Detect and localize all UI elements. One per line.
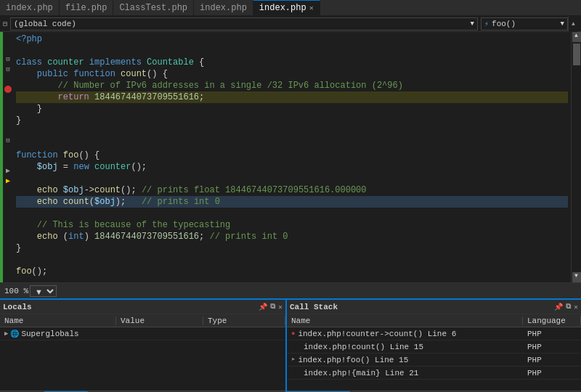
breadcrumb-function-dropdown[interactable]: ⚡ foo() ▼ — [481, 17, 568, 30]
code-line-13 — [16, 173, 568, 184]
locals-col-value: Value — [116, 317, 203, 325]
function-icon: ⚡ — [484, 20, 489, 28]
locals-panel: Locals 📌 ⧉ ✕ Name Value Type ▶ 🌐 Supergl… — [0, 300, 287, 392]
gutter-3: ⊟ — [4, 54, 12, 64]
editor-scrollbar[interactable]: ▲ ▼ — [571, 32, 581, 282]
code-line-14: echo $obj->count(); // prints float 1844… — [16, 184, 568, 196]
cs-row-1[interactable]: ● index.php!counter->count() Line 6 PHP — [287, 327, 581, 340]
tab-index-php-active[interactable]: index.php ✕ — [253, 0, 320, 15]
cs-name-2: index.php!count() Line 15 — [287, 343, 523, 351]
editor-container: ⊟ ⊟ ⊟ ▶ ▶ <?php class counter implements… — [0, 32, 581, 282]
tab-index-php-1[interactable]: index.php — [0, 1, 60, 15]
callstack-table: Name Language ● index.php!counter->count… — [287, 314, 581, 391]
cs-name-3: ➤ index.php!foo() Line 15 — [287, 356, 523, 364]
tab-close-icon[interactable]: ✕ — [309, 4, 314, 12]
cs-row-4[interactable]: index.php!{main} Line 21 PHP — [287, 367, 581, 380]
breadcrumb-scope-dropdown[interactable]: (global code) ▼ — [10, 17, 478, 30]
scroll-down-btn[interactable]: ▼ — [572, 272, 581, 282]
code-line-18: echo (int) 18446744073709551616; // prin… — [16, 231, 568, 242]
pin-icon[interactable]: 📌 — [259, 303, 267, 311]
callstack-panel-header: Call Stack 📌 ⧉ ✕ — [287, 300, 581, 314]
code-line-5: // Number of IPv6 addresses in a single … — [16, 80, 568, 91]
close-panel2-icon[interactable]: ✕ — [574, 303, 578, 311]
gutter-1 — [4, 33, 12, 44]
locals-row-superglobals[interactable]: ▶ 🌐 Superglobals — [0, 327, 285, 340]
code-line-10 — [16, 138, 568, 150]
zoom-bar: 100 % ▼ — [0, 282, 581, 298]
cs-lang-3: PHP — [523, 356, 581, 364]
cs-col-name: Name — [287, 317, 523, 325]
code-editor[interactable]: <?php class counter implements Countable… — [13, 32, 571, 282]
code-line-9 — [16, 126, 568, 138]
code-line-7: } — [16, 103, 568, 115]
fold-icon: ⊟ — [3, 20, 7, 28]
cs-row-2[interactable]: index.php!count() Line 15 PHP — [287, 340, 581, 354]
gutter-8 — [4, 105, 12, 115]
cs-lang-4: PHP — [523, 369, 581, 377]
gutter-13 — [4, 155, 12, 166]
gutter-9 — [4, 115, 12, 125]
scroll-track[interactable] — [573, 42, 580, 272]
breadcrumb-bar: ⊟ (global code) ▼ ⚡ foo() ▼ ▲ — [0, 16, 581, 32]
code-line-6: return 18446744073709551616; — [16, 91, 568, 103]
code-line-20 — [16, 254, 568, 266]
tab-index-php-3[interactable]: index.php — [194, 1, 253, 15]
callstack-panel-icons: 📌 ⧉ ✕ — [554, 303, 578, 311]
cs-lang-2: PHP — [523, 343, 581, 351]
gutter-11: ⊟ — [4, 135, 12, 145]
cs-col-lang: Language — [523, 317, 581, 325]
cs-name-4: index.php!{main} Line 21 — [287, 369, 523, 377]
editor-gutter: ⊟ ⊟ ⊟ ▶ ▶ — [3, 32, 13, 282]
zoom-label: 100 % — [4, 287, 28, 295]
code-line-21: foo(); — [16, 266, 568, 277]
locals-col-type: Type — [203, 317, 285, 325]
cs-row-3[interactable]: ➤ index.php!foo() Line 15 PHP — [287, 354, 581, 367]
gutter-14-exec: ▶ — [4, 166, 12, 176]
locals-table-header: Name Value Type — [0, 314, 285, 327]
locals-table: Name Value Type ▶ 🌐 Superglobals — [0, 314, 285, 391]
tab-bar: index.php file.php ClassTest.php index.p… — [0, 0, 581, 16]
gutter-2 — [4, 44, 12, 54]
tab-label: index.php — [6, 3, 53, 13]
cs-lang-1: PHP — [523, 330, 581, 338]
cs-name-1: ● index.php!counter->count() Line 6 — [287, 330, 523, 338]
cs-name-label-3: index.php!foo() Line 15 — [298, 356, 408, 364]
gutter-12 — [4, 145, 12, 155]
tab-classtest-php[interactable]: ClassTest.php — [113, 1, 194, 15]
scroll-top-icon[interactable]: ▲ — [568, 16, 578, 32]
locals-col-name: Name — [0, 317, 116, 325]
breadcrumb-function-label: foo() — [492, 20, 516, 28]
callstack-panel: Call Stack 📌 ⧉ ✕ Name Language ● index.p… — [287, 300, 581, 392]
close-panel-icon[interactable]: ✕ — [278, 303, 283, 311]
dropdown-arrow2-icon: ▼ — [561, 20, 564, 28]
globe-icon: 🌐 — [10, 330, 19, 338]
code-line-15: echo count($obj); // prints int 0 — [16, 196, 568, 208]
gutter-17 — [4, 196, 12, 206]
callstack-panel-title: Call Stack — [290, 303, 554, 311]
float2-icon[interactable]: ⧉ — [566, 303, 571, 311]
gutter-10 — [4, 125, 12, 135]
code-line-16 — [16, 208, 568, 219]
code-line-17: // This is because of the typecasting — [16, 219, 568, 231]
pin2-icon[interactable]: 📌 — [554, 303, 563, 311]
code-line-11: function foo() { — [16, 150, 568, 161]
scroll-up-btn[interactable]: ▲ — [572, 32, 581, 42]
locals-panel-title: Locals — [3, 303, 259, 311]
code-line-2 — [16, 45, 568, 57]
locals-panel-icons: 📌 ⧉ ✕ — [259, 303, 283, 311]
tab-file-php[interactable]: file.php — [60, 1, 114, 15]
cs-active-dot-icon: ● — [291, 330, 295, 338]
code-line-4: public function count() { — [16, 68, 568, 80]
zoom-select[interactable]: ▼ — [30, 285, 57, 297]
tab-label: index.php — [259, 3, 306, 13]
gutter-6-breakpoint[interactable] — [4, 84, 12, 94]
gutter-21 — [4, 237, 12, 247]
scroll-thumb[interactable] — [573, 44, 580, 65]
tab-label: ClassTest.php — [119, 3, 187, 13]
gutter-7 — [4, 94, 12, 105]
cs-arrow-icon: ➤ — [291, 356, 295, 364]
locals-panel-header: Locals 📌 ⧉ ✕ — [0, 300, 285, 314]
float-icon[interactable]: ⧉ — [270, 303, 275, 311]
bottom-panels: Locals 📌 ⧉ ✕ Name Value Type ▶ 🌐 Supergl… — [0, 298, 581, 392]
expand-arrow-icon[interactable]: ▶ — [4, 330, 8, 338]
